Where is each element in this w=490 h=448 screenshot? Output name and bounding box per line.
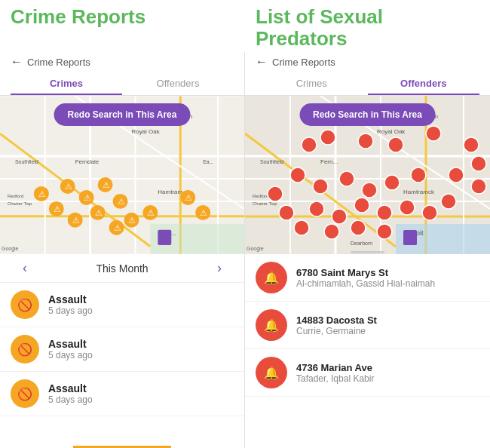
crime-time-3: 5 days ago [48,394,93,405]
svg-text:Google: Google [247,246,264,252]
svg-point-96 [422,205,437,220]
svg-text:⚠: ⚠ [114,223,121,232]
crime-item-3[interactable]: 🚫 Assault 5 days ago [0,372,244,416]
left-breadcrumb-label: Crime Reports [27,57,90,68]
offender-list: 🔔 6780 Saint Marys St Al-chimamlah, Gass… [245,254,490,448]
svg-point-97 [441,194,456,209]
svg-text:Redford: Redford [8,194,23,198]
next-month-button[interactable]: › [217,260,222,276]
left-tabs: Crimes Offenders [0,73,244,96]
offender-icon-2: 🔔 [256,309,287,341]
crime-time-2: 5 days ago [48,350,93,361]
svg-text:Dearborn: Dearborn [351,241,372,246]
right-breadcrumb: ← Crime Reports [245,52,490,73]
svg-text:Ea...: Ea... [203,159,213,164]
right-tab-crimes[interactable]: Crimes [256,73,368,95]
svg-text:Hamtramck: Hamtramck [403,189,435,195]
main-content: ← Crime Reports Crimes Offenders [0,52,490,448]
svg-point-84 [268,186,283,201]
offender-item-1[interactable]: 🔔 6780 Saint Marys St Al-chimamlah, Gass… [245,254,490,302]
crime-icon-1: 🚫 [11,290,39,319]
crime-item-2[interactable]: 🚫 Assault 5 days ago [0,327,244,372]
offender-name-3: Tafader, Iqbal Kabir [296,373,374,384]
svg-text:Redford: Redford [253,194,268,198]
offender-item-3[interactable]: 🔔 4736 Marian Ave Tafader, Iqbal Kabir [245,349,490,397]
offender-name-1: Al-chimamlah, Gassid Hial-naimah [296,278,435,289]
svg-point-82 [471,179,486,194]
svg-text:⚠: ⚠ [118,197,125,206]
crime-info-2: Assault 5 days ago [48,338,93,361]
left-tab-offenders[interactable]: Offenders [122,73,234,95]
crime-icon-2: 🚫 [11,335,39,364]
offender-icon-1: 🔔 [256,262,287,293]
right-panel: ← Crime Reports Crimes Offenders [245,52,490,448]
svg-point-95 [400,200,415,215]
crime-list: 🚫 Assault 5 days ago 🚫 Assault 5 days ag… [0,283,244,446]
svg-text:Southfield: Southfield [260,159,283,164]
right-tab-offenders[interactable]: Offenders [368,73,480,95]
svg-point-78 [426,126,441,141]
top-titles-bar: Crime Reports List of Sexual Predators [0,0,490,52]
svg-text:Fern...: Fern... [320,158,338,165]
crime-title-3: Assault [48,382,93,394]
svg-point-85 [313,179,328,194]
svg-point-86 [339,171,354,186]
right-app-title-section: List of Sexual Predators [245,6,490,49]
svg-text:⚠: ⚠ [54,204,61,213]
crime-icon-3: 🚫 [11,379,39,408]
svg-point-87 [362,183,377,198]
crime-item-1[interactable]: 🚫 Assault 5 days ago [0,283,244,327]
svg-text:Ferndale: Ferndale [75,158,100,165]
left-back-arrow[interactable]: ← [11,55,23,69]
svg-point-93 [354,198,369,213]
svg-rect-104 [351,251,384,253]
left-app-title: Crime Reports [11,6,234,28]
svg-text:⚠: ⚠ [72,216,80,225]
svg-text:⚠: ⚠ [95,208,103,217]
svg-point-101 [377,224,392,239]
svg-point-76 [358,133,373,149]
offender-info-2: 14883 Dacosta St Currie, Germaine [296,315,377,336]
svg-point-99 [324,224,339,239]
right-app-title: List of Sexual Predators [256,6,479,49]
svg-text:Charter Twp: Charter Twp [253,201,277,206]
svg-text:⚠: ⚠ [200,208,207,217]
offender-address-3: 4736 Marian Ave [296,362,374,373]
svg-point-94 [377,205,392,220]
svg-point-98 [294,220,309,235]
right-map: Warren Royal Oak Southfield Fern... Redf… [245,96,490,254]
svg-text:Google: Google [2,246,19,252]
right-back-arrow[interactable]: ← [256,55,268,69]
svg-text:⚠: ⚠ [185,193,192,202]
month-nav: ‹ This Month › [0,254,244,283]
offender-address-1: 6780 Saint Marys St [296,267,435,278]
crime-title-1: Assault [48,293,93,305]
prev-month-button[interactable]: ‹ [23,260,27,276]
svg-point-74 [302,137,317,152]
offender-address-2: 14883 Dacosta St [296,315,377,326]
crime-info-1: Assault 5 days ago [48,293,93,316]
left-panel: ← Crime Reports Crimes Offenders [0,52,245,448]
left-map: Warren Royal Oak Southfield Ferndale Ea.… [0,96,244,254]
offender-info-1: 6780 Saint Marys St Al-chimamlah, Gassid… [296,267,435,289]
crime-time-1: 5 days ago [48,305,93,316]
svg-point-83 [290,167,305,183]
svg-point-75 [320,130,335,145]
offender-info-3: 4736 Marian Ave Tafader, Iqbal Kabir [296,362,374,384]
svg-text:Southfield: Southfield [15,159,38,164]
svg-point-92 [332,209,347,224]
crime-title-2: Assault [48,338,93,350]
crime-info-3: Assault 5 days ago [48,382,93,405]
svg-point-77 [388,137,403,152]
left-tab-crimes[interactable]: Crimes [11,73,122,95]
svg-point-90 [279,205,294,220]
left-redo-button[interactable]: Redo Search in This Area [54,103,191,126]
svg-point-89 [411,167,426,183]
svg-text:Royal Oak: Royal Oak [377,128,406,135]
right-redo-button[interactable]: Redo Search in This Area [299,103,436,126]
svg-point-100 [351,220,366,235]
month-label: This Month [96,262,148,275]
svg-text:⚠: ⚠ [84,193,91,202]
offender-item-2[interactable]: 🔔 14883 Dacosta St Currie, Germaine [245,302,490,349]
svg-text:⚠: ⚠ [147,208,155,217]
